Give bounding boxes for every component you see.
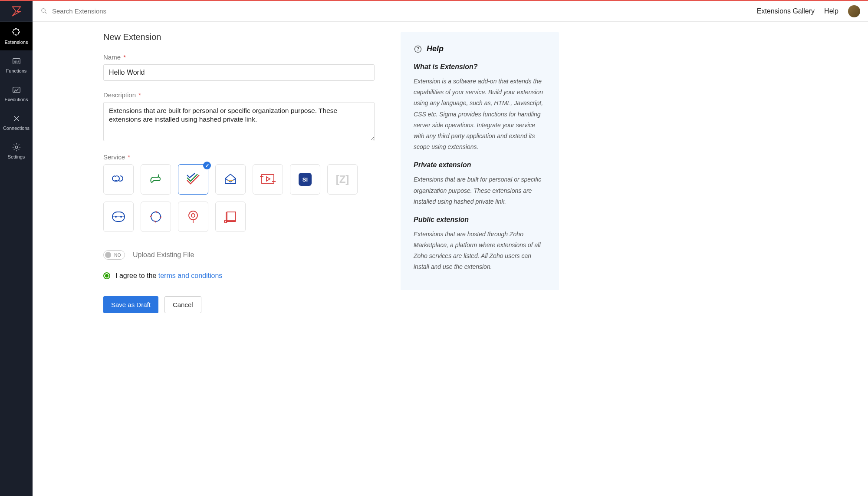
projects-icon	[184, 172, 202, 187]
service-tile-projects[interactable]	[178, 164, 208, 195]
check-icon	[203, 162, 211, 169]
svg-point-20	[418, 50, 418, 51]
service-label: Service *	[103, 153, 375, 161]
help-circle-icon	[414, 45, 422, 53]
cancel-button[interactable]: Cancel	[164, 296, 201, 313]
sidebar-item-label: Extensions	[5, 40, 28, 45]
service-tile-books[interactable]	[103, 202, 134, 232]
function-icon: f(x)	[11, 56, 22, 66]
service-tile-salesiq[interactable]: SI	[290, 164, 320, 195]
service-grid: SI [Z]	[103, 164, 375, 232]
salesiq-icon: SI	[296, 170, 314, 188]
upload-toggle-label: Upload Existing File	[133, 251, 194, 259]
link-extensions-gallery[interactable]: Extensions Gallery	[757, 7, 815, 15]
name-label: Name *	[103, 53, 375, 61]
recruit-icon	[148, 208, 164, 225]
books-icon	[110, 209, 127, 224]
help-panel: Help What is Extension? Extension is a s…	[401, 32, 559, 290]
sidebar-item-label: Functions	[6, 68, 27, 73]
sidebar-item-settings[interactable]: Settings	[0, 136, 33, 165]
upload-toggle[interactable]: NO	[103, 250, 125, 260]
service-tile-recruit[interactable]	[141, 202, 171, 232]
service-tile-inventory[interactable]	[215, 202, 246, 232]
name-input[interactable]	[103, 64, 375, 81]
service-tile-desk[interactable]	[141, 164, 171, 195]
svg-rect-18	[227, 212, 236, 221]
help-heading: Public extension	[414, 216, 546, 224]
main: Extensions Gallery Help New Extension Na…	[33, 1, 868, 496]
consent-radio[interactable]	[103, 272, 110, 279]
svg-text:f(x): f(x)	[14, 60, 19, 63]
terms-link[interactable]: terms and conditions	[158, 272, 223, 279]
app-logo	[0, 1, 33, 22]
svg-point-3	[15, 146, 18, 149]
connections-icon	[11, 113, 22, 124]
svg-point-17	[191, 214, 195, 217]
description-textarea[interactable]: Extensions that are built for personal o…	[103, 102, 375, 141]
mail-icon	[222, 172, 239, 187]
sidebar-item-label: Settings	[8, 154, 25, 159]
help-body: Extensions that are built for personal o…	[414, 174, 546, 207]
z-icon: [Z]	[334, 172, 351, 187]
puzzle-icon	[11, 27, 22, 38]
page-title: New Extension	[103, 32, 375, 42]
service-tile-mail[interactable]	[215, 164, 246, 195]
sidebar-item-connections[interactable]: Connections	[0, 108, 33, 136]
show-icon	[259, 172, 276, 187]
sidebar-item-label: Executions	[5, 97, 28, 102]
svg-line-5	[45, 12, 47, 14]
help-title: Help	[427, 44, 444, 53]
sigma-logo-icon	[10, 5, 23, 17]
help-heading: Private extension	[414, 161, 546, 169]
help-body: Extension is a software add-on that exte…	[414, 76, 546, 152]
sidebar: Extensions f(x) Functions Executions Con…	[0, 1, 33, 496]
desk-icon	[148, 171, 164, 188]
service-tile-show[interactable]	[253, 164, 283, 195]
svg-point-16	[189, 211, 197, 220]
gear-icon	[11, 142, 22, 152]
svg-text:[Z]: [Z]	[336, 173, 349, 185]
consent-text: I agree to the terms and conditions	[115, 272, 222, 280]
sidebar-item-executions[interactable]: Executions	[0, 79, 33, 108]
sidebar-item-label: Connections	[3, 126, 30, 131]
search-input[interactable]	[52, 7, 182, 15]
help-heading: What is Extension?	[414, 63, 546, 71]
svg-text:SI: SI	[302, 176, 308, 183]
link-help[interactable]: Help	[824, 7, 838, 15]
inventory-icon	[222, 208, 239, 225]
sidebar-item-extensions[interactable]: Extensions	[0, 22, 33, 50]
service-tile-crm[interactable]	[103, 164, 134, 195]
description-label: Description *	[103, 91, 375, 99]
people-icon	[185, 208, 201, 225]
save-draft-button[interactable]: Save as Draft	[103, 296, 158, 313]
help-body: Extensions that are hosted through Zoho …	[414, 229, 546, 273]
topbar: Extensions Gallery Help	[33, 1, 868, 22]
crm-icon	[110, 172, 127, 187]
service-tile-z[interactable]: [Z]	[327, 164, 358, 195]
search-icon	[40, 7, 48, 15]
svg-rect-6	[262, 175, 274, 183]
executions-icon	[11, 85, 22, 95]
form-area: New Extension Name * Description * Exten…	[103, 32, 375, 313]
service-tile-people[interactable]	[178, 202, 208, 232]
avatar[interactable]	[848, 5, 860, 17]
sidebar-item-functions[interactable]: f(x) Functions	[0, 50, 33, 79]
svg-point-4	[42, 9, 46, 12]
svg-rect-2	[13, 87, 20, 93]
svg-point-15	[151, 212, 161, 222]
